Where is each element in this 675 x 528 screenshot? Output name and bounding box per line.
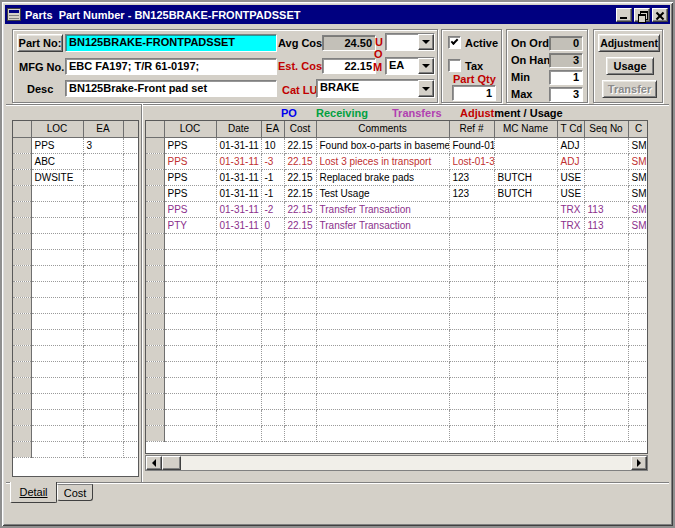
row-selector[interactable]	[146, 153, 164, 169]
scroll-right-button[interactable]	[631, 456, 647, 470]
row-selector[interactable]	[13, 169, 31, 185]
cell-loc[interactable]: PPS	[31, 137, 83, 153]
loc-grid-corner[interactable]	[13, 121, 31, 137]
row-selector[interactable]	[146, 201, 164, 217]
filter-adjustment-usage[interactable]: Adjustment / Usage	[460, 107, 563, 119]
filter-transfers[interactable]: Transfers	[392, 107, 442, 119]
filter-receiving[interactable]: Receiving	[316, 107, 368, 119]
loc-row[interactable]: DWSITE	[13, 169, 139, 185]
uom-secondary-combo[interactable]: EA	[385, 57, 435, 75]
txn-header-ref[interactable]: Ref #	[449, 121, 494, 137]
tax-checkbox[interactable]	[448, 59, 461, 72]
txn-header-cost[interactable]: Cost	[284, 121, 316, 137]
horizontal-scrollbar[interactable]	[145, 455, 648, 471]
loc-empty-row[interactable]	[13, 249, 139, 265]
adjustment-button[interactable]: Adjustment	[598, 34, 660, 52]
loc-empty-row[interactable]	[13, 377, 139, 393]
loc-empty-row[interactable]	[13, 329, 139, 345]
loc-row[interactable]: PPS 3	[13, 137, 139, 153]
cell-loc[interactable]: ABC	[31, 153, 83, 169]
transaction-empty-row[interactable]	[146, 345, 648, 361]
loc-empty-row[interactable]	[13, 345, 139, 361]
row-selector[interactable]	[146, 137, 164, 153]
transaction-empty-row[interactable]	[146, 329, 648, 345]
txn-grid-corner[interactable]	[146, 121, 164, 137]
row-selector[interactable]	[13, 153, 31, 169]
loc-empty-row[interactable]	[13, 201, 139, 217]
txn-header-t-cd[interactable]: T Cd	[557, 121, 584, 137]
transaction-empty-row[interactable]	[146, 361, 648, 377]
cat-lu-dropdown-button[interactable]	[418, 80, 434, 97]
txn-header-loc[interactable]: LOC	[164, 121, 216, 137]
loc-empty-row[interactable]	[13, 361, 139, 377]
tab-cost[interactable]: Cost	[57, 484, 93, 501]
loc-empty-row[interactable]	[13, 217, 139, 233]
loc-empty-row[interactable]	[13, 281, 139, 297]
transaction-empty-row[interactable]	[146, 249, 648, 265]
cell-loc[interactable]: DWSITE	[31, 169, 83, 185]
tab-detail[interactable]: Detail	[10, 482, 57, 503]
cell-ea[interactable]: 3	[83, 137, 123, 153]
loc-empty-row[interactable]	[13, 409, 139, 425]
row-selector[interactable]	[146, 185, 164, 201]
loc-empty-row[interactable]	[13, 393, 139, 409]
transaction-empty-row[interactable]	[146, 425, 648, 441]
txn-header-ea[interactable]: EA	[261, 121, 284, 137]
max-input[interactable]: 3	[549, 87, 583, 102]
loc-grid-header-extra[interactable]	[123, 121, 139, 137]
filter-po[interactable]: PO	[281, 107, 297, 119]
system-menu-icon[interactable]	[7, 8, 21, 21]
transaction-empty-row[interactable]	[146, 409, 648, 425]
transfer-button[interactable]: Transfer	[602, 80, 657, 98]
transaction-empty-row[interactable]	[146, 281, 648, 297]
uom-primary-dropdown-button[interactable]	[418, 34, 434, 50]
close-button[interactable]	[652, 8, 668, 22]
row-selector[interactable]	[13, 137, 31, 153]
transaction-empty-row[interactable]	[146, 377, 648, 393]
loc-empty-row[interactable]	[13, 185, 139, 201]
cell-ea[interactable]	[83, 169, 123, 185]
usage-button[interactable]: Usage	[606, 57, 654, 75]
transaction-empty-row[interactable]	[146, 297, 648, 313]
scrollbar-thumb[interactable]	[162, 456, 181, 470]
loc-empty-row[interactable]	[13, 297, 139, 313]
active-checkbox[interactable]	[448, 36, 461, 49]
row-selector[interactable]	[146, 217, 164, 233]
cat-lu-combo[interactable]: BRAKE	[316, 79, 435, 98]
transaction-row[interactable]: PPS 01-31-11 -1 22.15 Replaced brake pad…	[146, 169, 648, 185]
scroll-left-button[interactable]	[146, 456, 162, 470]
loc-empty-row[interactable]	[13, 313, 139, 329]
min-input[interactable]: 1	[549, 70, 583, 85]
transaction-empty-row[interactable]	[146, 233, 648, 249]
minimize-button[interactable]	[616, 8, 632, 22]
part-no-input[interactable]: BN125BRAKE-FRONTPADSSET	[65, 34, 277, 52]
loc-grid-header-ea[interactable]: EA	[83, 121, 123, 137]
part-qty-input[interactable]: 1	[452, 85, 496, 101]
transaction-empty-row[interactable]	[146, 265, 648, 281]
loc-row[interactable]: ABC	[13, 153, 139, 169]
restore-button[interactable]	[634, 8, 650, 22]
transaction-empty-row[interactable]	[146, 313, 648, 329]
txn-header-seq-no[interactable]: Seq No	[584, 121, 628, 137]
part-no-button[interactable]: Part No:	[17, 34, 63, 52]
loc-empty-row[interactable]	[13, 265, 139, 281]
txn-header-comments[interactable]: Comments	[316, 121, 449, 137]
mfg-no-input[interactable]: EBC FA197; T/R 61-0197;	[65, 58, 277, 75]
transaction-row[interactable]: PPS 01-31-11 -1 22.15 Test Usage 123 BUT…	[146, 185, 648, 201]
uom-primary-combo[interactable]	[385, 33, 435, 51]
loc-empty-row[interactable]	[13, 425, 139, 441]
cell-ea[interactable]	[83, 153, 123, 169]
loc-empty-row[interactable]	[13, 441, 139, 457]
loc-grid-header-loc[interactable]: LOC	[31, 121, 83, 137]
txn-header-date[interactable]: Date	[216, 121, 261, 137]
row-selector[interactable]	[146, 169, 164, 185]
transaction-empty-row[interactable]	[146, 393, 648, 409]
transaction-row[interactable]: PPS 01-31-11 -2 22.15 Transfer Transacti…	[146, 201, 648, 217]
loc-empty-row[interactable]	[13, 233, 139, 249]
desc-input[interactable]: BN125Brake-Front pad set	[65, 80, 277, 97]
transaction-row[interactable]: PPS 01-31-11 10 22.15 Found box-o-parts …	[146, 137, 648, 153]
txn-header-mc-name[interactable]: MC Name	[494, 121, 557, 137]
transaction-row[interactable]: PTY 01-31-11 0 22.15 Transfer Transactio…	[146, 217, 648, 233]
transaction-row[interactable]: PPS 01-31-11 -3 22.15 Lost 3 pieces in t…	[146, 153, 648, 169]
txn-header-c[interactable]: C	[628, 121, 648, 137]
